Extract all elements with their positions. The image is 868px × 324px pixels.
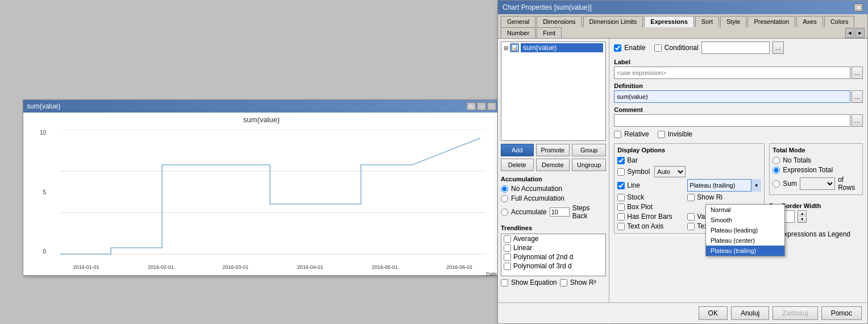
relative-checkbox[interactable]	[614, 131, 621, 138]
dialog-close-btn[interactable]: ✕	[854, 3, 863, 11]
enable-checkbox[interactable]	[614, 44, 621, 52]
no-accumulation-radio[interactable]	[501, 185, 508, 193]
demote-button[interactable]: Demote	[536, 159, 570, 171]
tab-expressions[interactable]: Expressions	[644, 16, 693, 27]
chart-titlebar-buttons: XL — □	[467, 102, 496, 110]
chart-title-label: sum(value)	[27, 102, 60, 110]
symbol-select[interactable]: Auto	[654, 166, 686, 177]
trend-poly2-check[interactable]	[504, 254, 511, 261]
conditional-row: Conditional …	[654, 41, 784, 54]
sum-row: Sum of Rows	[773, 176, 859, 192]
ok-button[interactable]: OK	[699, 306, 728, 320]
comment-btn[interactable]: …	[852, 114, 863, 127]
tab-font[interactable]: Font	[537, 27, 562, 38]
definition-title: Definition	[614, 82, 863, 89]
total-mode-section: Total Mode No Totals Expression Total Su…	[769, 143, 863, 195]
accumulate-radio[interactable]	[501, 209, 508, 216]
label-btn[interactable]: …	[852, 67, 863, 79]
add-button[interactable]: Add	[501, 144, 534, 156]
symbol-checkbox[interactable]	[617, 168, 625, 176]
expression-total-row: Expression Total	[773, 166, 859, 174]
sum-radio[interactable]	[773, 180, 780, 188]
bar-border-down[interactable]: ▼	[798, 217, 806, 222]
bar-label: Bar	[627, 156, 638, 164]
bar-row: Bar	[617, 156, 686, 164]
show-r2-check[interactable]	[560, 279, 567, 286]
x-label-1: 2016-01-01	[73, 264, 99, 270]
tab-axes[interactable]: Axes	[796, 16, 823, 27]
chart-minimize-btn[interactable]: —	[477, 102, 486, 110]
delete-button[interactable]: Delete	[501, 159, 534, 171]
values-on-dat-checkbox[interactable]	[687, 213, 695, 221]
text-on-axis-checkbox[interactable]	[617, 223, 625, 230]
tab-colors[interactable]: Colors	[824, 16, 855, 27]
expand-icon[interactable]: ⊞	[504, 45, 508, 51]
dropdown-smooth[interactable]: Smooth	[706, 215, 784, 225]
line-type-dropdown-arrow[interactable]: ▼	[751, 179, 761, 192]
line-type-select[interactable]: Plateau (trailing) Normal Smooth Plateau…	[687, 179, 761, 192]
trend-average-check[interactable]	[504, 235, 511, 243]
expression-total-radio[interactable]	[773, 167, 780, 174]
group-button[interactable]: Group	[572, 144, 606, 156]
text-as-popup-checkbox[interactable]	[687, 223, 695, 230]
apply-button[interactable]: Zastosuj	[773, 306, 817, 320]
tab-next-btn[interactable]: ►	[855, 28, 865, 38]
line-row: Line	[617, 179, 686, 192]
dropdown-plateau-center[interactable]: Plateau (center)	[706, 235, 784, 246]
x-label-5: 2016-05-01	[372, 264, 398, 270]
comment-input[interactable]	[614, 114, 850, 127]
show-ri-checkbox[interactable]	[687, 194, 695, 201]
tab-dimension-limits[interactable]: Dimension Limits	[583, 16, 643, 27]
definition-btn[interactable]: …	[852, 90, 863, 103]
no-totals-radio[interactable]	[773, 157, 780, 164]
definition-input[interactable]	[614, 90, 850, 103]
invisible-checkbox[interactable]	[658, 131, 665, 138]
show-ri-label: Show Ri	[697, 193, 722, 201]
tab-general[interactable]: General	[501, 16, 535, 27]
accumulate-steps-input[interactable]	[550, 207, 570, 217]
box-plot-row: Box Plot	[617, 203, 686, 211]
has-error-bars-checkbox[interactable]	[617, 213, 625, 221]
line-checkbox[interactable]	[617, 182, 625, 189]
tab-style[interactable]: Style	[720, 16, 746, 27]
tab-dimensions[interactable]: Dimensions	[537, 16, 582, 27]
box-plot-checkbox[interactable]	[617, 203, 625, 211]
dropdown-plateau-leading[interactable]: Plateau (leading)	[706, 225, 784, 235]
trend-poly3-label: Polynomial of 3rd d	[513, 262, 572, 270]
trend-linear: Linear	[501, 243, 605, 252]
trend-poly3: Polynomial of 3rd d	[501, 261, 605, 271]
bar-checkbox[interactable]	[617, 157, 625, 164]
dropdown-plateau-trailing[interactable]: Plateau (trailing)	[706, 246, 784, 256]
sum-select[interactable]	[800, 177, 835, 190]
tab-presentation[interactable]: Presentation	[747, 16, 795, 27]
conditional-btn[interactable]: …	[773, 41, 784, 54]
dropdown-normal[interactable]: Normal	[706, 205, 784, 215]
show-equation-check[interactable]	[501, 279, 508, 286]
action-buttons: Add Promote Group Delete Demote Ungroup	[501, 144, 606, 171]
cancel-button[interactable]: Anuluj	[731, 306, 769, 320]
conditional-input[interactable]	[701, 41, 770, 54]
dialog-titlebar: Chart Properties [sum(value)] ✕	[498, 1, 867, 14]
has-error-bars-label: Has Error Bars	[627, 213, 672, 221]
show-equation-label: Show Equation	[511, 279, 557, 286]
expr-selected-label[interactable]: sum(value)	[521, 43, 603, 52]
label-input[interactable]	[614, 67, 850, 79]
conditional-checkbox[interactable]	[654, 44, 662, 52]
chart-maximize-btn[interactable]: □	[487, 102, 496, 110]
tab-number[interactable]: Number	[501, 27, 535, 38]
promote-button[interactable]: Promote	[536, 144, 570, 156]
trend-linear-check[interactable]	[504, 244, 511, 252]
ungroup-button[interactable]: Ungroup	[572, 159, 606, 171]
chart-xl-btn[interactable]: XL	[467, 102, 476, 110]
right-top: Enable Conditional …	[614, 41, 863, 54]
full-accumulation-radio[interactable]	[501, 195, 508, 202]
tab-sort[interactable]: Sort	[695, 16, 719, 27]
help-button[interactable]: Pomoc	[821, 306, 862, 320]
stock-checkbox[interactable]	[617, 194, 625, 201]
tab-prev-btn[interactable]: ◄	[845, 28, 854, 38]
trendlines-list[interactable]: Average Linear Polynomial of 2nd d Polyn…	[501, 234, 606, 276]
expression-tree[interactable]: ⊞ 📊 sum(value)	[501, 41, 606, 141]
display-options-title: Display Options	[617, 147, 761, 153]
trend-poly3-check[interactable]	[504, 263, 511, 270]
bar-border-up[interactable]: ▲	[798, 211, 806, 217]
